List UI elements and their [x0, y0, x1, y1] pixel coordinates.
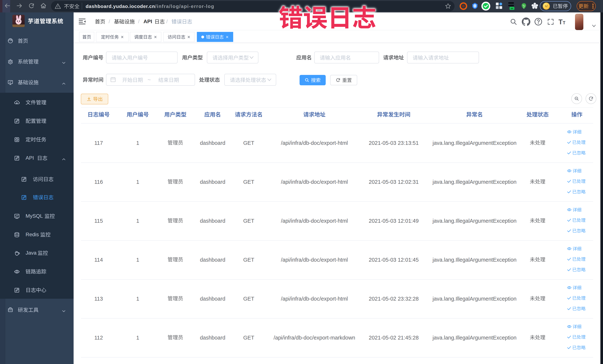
svg-text:on: on: [511, 7, 513, 10]
